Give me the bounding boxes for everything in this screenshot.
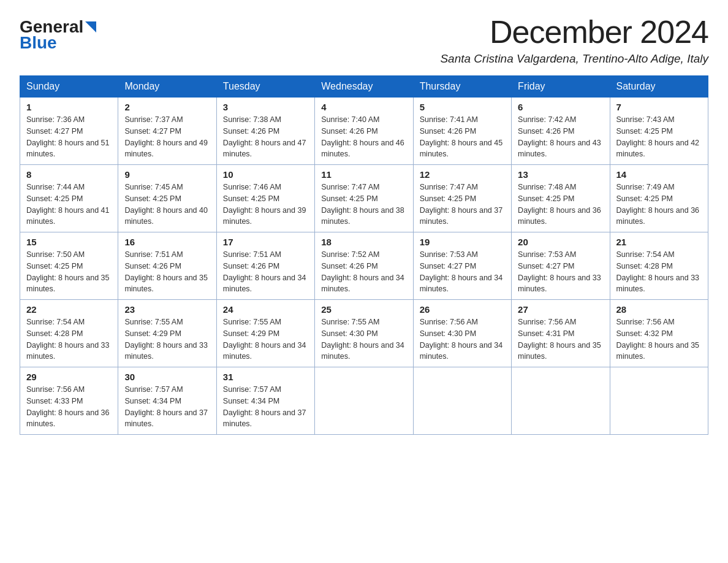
sunrise-label: Sunrise: 7:47 AM — [321, 183, 379, 191]
daylight-label: Daylight: 8 hours and 35 minutes. — [616, 341, 700, 361]
sunrise-label: Sunrise: 7:54 AM — [26, 318, 85, 326]
sunrise-label: Sunrise: 7:41 AM — [420, 115, 478, 124]
table-row: 14 Sunrise: 7:49 AM Sunset: 4:25 PM Dayl… — [610, 165, 708, 232]
sunset-label: Sunset: 4:25 PM — [616, 194, 673, 203]
table-row: 31 Sunrise: 7:57 AM Sunset: 4:34 PM Dayl… — [216, 367, 314, 435]
sunset-label: Sunset: 4:27 PM — [26, 127, 83, 136]
sunrise-label: Sunrise: 7:56 AM — [26, 385, 85, 394]
sunrise-label: Sunrise: 7:50 AM — [26, 250, 85, 259]
daylight-label: Daylight: 8 hours and 40 minutes. — [124, 206, 208, 226]
daylight-label: Daylight: 8 hours and 51 minutes. — [26, 139, 110, 159]
day-info: Sunrise: 7:48 AM Sunset: 4:25 PM Dayligh… — [518, 182, 603, 228]
day-info: Sunrise: 7:44 AM Sunset: 4:25 PM Dayligh… — [26, 182, 112, 228]
header-wednesday: Wednesday — [315, 76, 413, 98]
day-number: 7 — [616, 102, 702, 112]
sunrise-label: Sunrise: 7:42 AM — [518, 115, 576, 124]
sunrise-label: Sunrise: 7:55 AM — [124, 318, 183, 326]
daylight-label: Daylight: 8 hours and 45 minutes. — [420, 139, 503, 159]
daylight-label: Daylight: 8 hours and 34 minutes. — [420, 274, 503, 294]
sunset-label: Sunset: 4:26 PM — [223, 262, 279, 270]
day-info: Sunrise: 7:42 AM Sunset: 4:26 PM Dayligh… — [518, 114, 603, 160]
sunrise-label: Sunrise: 7:54 AM — [616, 250, 675, 259]
day-number: 21 — [616, 237, 702, 247]
table-row: 21 Sunrise: 7:54 AM Sunset: 4:28 PM Dayl… — [610, 232, 708, 300]
sunset-label: Sunset: 4:27 PM — [124, 127, 181, 136]
sunset-label: Sunset: 4:32 PM — [616, 329, 673, 338]
day-number: 11 — [321, 169, 406, 180]
day-info: Sunrise: 7:56 AM Sunset: 4:31 PM Dayligh… — [518, 316, 603, 362]
calendar-week-row: 29 Sunrise: 7:56 AM Sunset: 4:33 PM Dayl… — [20, 367, 708, 435]
sunrise-label: Sunrise: 7:52 AM — [321, 250, 379, 259]
day-info: Sunrise: 7:54 AM Sunset: 4:28 PM Dayligh… — [26, 316, 112, 362]
calendar-table: Sunday Monday Tuesday Wednesday Thursday… — [20, 75, 708, 435]
sunset-label: Sunset: 4:26 PM — [321, 127, 377, 136]
day-info: Sunrise: 7:57 AM Sunset: 4:34 PM Dayligh… — [124, 384, 210, 430]
day-number: 23 — [124, 304, 210, 315]
daylight-label: Daylight: 8 hours and 34 minutes. — [321, 274, 404, 294]
day-info: Sunrise: 7:56 AM Sunset: 4:32 PM Dayligh… — [616, 316, 702, 362]
table-row: 1 Sunrise: 7:36 AM Sunset: 4:27 PM Dayli… — [20, 98, 118, 165]
logo-arrow-icon — [85, 21, 96, 34]
sunset-label: Sunset: 4:26 PM — [124, 262, 181, 270]
day-number: 1 — [26, 102, 112, 112]
daylight-label: Daylight: 8 hours and 34 minutes. — [223, 341, 306, 361]
daylight-label: Daylight: 8 hours and 49 minutes. — [124, 139, 208, 159]
daylight-label: Daylight: 8 hours and 34 minutes. — [223, 274, 306, 294]
day-info: Sunrise: 7:37 AM Sunset: 4:27 PM Dayligh… — [124, 114, 210, 160]
sunrise-label: Sunrise: 7:56 AM — [420, 318, 478, 326]
table-row: 4 Sunrise: 7:40 AM Sunset: 4:26 PM Dayli… — [315, 98, 413, 165]
table-row: 7 Sunrise: 7:43 AM Sunset: 4:25 PM Dayli… — [610, 98, 708, 165]
day-info: Sunrise: 7:46 AM Sunset: 4:25 PM Dayligh… — [223, 182, 308, 228]
daylight-label: Daylight: 8 hours and 36 minutes. — [616, 206, 700, 226]
day-info: Sunrise: 7:55 AM Sunset: 4:30 PM Dayligh… — [321, 316, 406, 362]
day-info: Sunrise: 7:50 AM Sunset: 4:25 PM Dayligh… — [26, 249, 112, 295]
daylight-label: Daylight: 8 hours and 34 minutes. — [321, 341, 404, 361]
table-row: 13 Sunrise: 7:48 AM Sunset: 4:25 PM Dayl… — [512, 165, 610, 232]
svg-marker-0 — [85, 21, 96, 33]
location-subtitle: Santa Cristina Valgardena, Trentino-Alto… — [440, 52, 708, 66]
sunset-label: Sunset: 4:25 PM — [124, 194, 181, 203]
day-number: 24 — [223, 304, 308, 315]
sunset-label: Sunset: 4:25 PM — [223, 194, 279, 203]
day-info: Sunrise: 7:36 AM Sunset: 4:27 PM Dayligh… — [26, 114, 112, 160]
table-row: 2 Sunrise: 7:37 AM Sunset: 4:27 PM Dayli… — [118, 98, 216, 165]
sunrise-label: Sunrise: 7:49 AM — [616, 183, 675, 191]
daylight-label: Daylight: 8 hours and 34 minutes. — [420, 341, 503, 361]
day-number: 17 — [223, 237, 308, 247]
table-row: 11 Sunrise: 7:47 AM Sunset: 4:25 PM Dayl… — [315, 165, 413, 232]
daylight-label: Daylight: 8 hours and 33 minutes. — [26, 341, 110, 361]
sunset-label: Sunset: 4:34 PM — [124, 397, 181, 405]
day-info: Sunrise: 7:43 AM Sunset: 4:25 PM Dayligh… — [616, 114, 702, 160]
sunset-label: Sunset: 4:30 PM — [321, 329, 377, 338]
logo-blue-text: Blue — [20, 33, 57, 53]
table-row: 30 Sunrise: 7:57 AM Sunset: 4:34 PM Dayl… — [118, 367, 216, 435]
daylight-label: Daylight: 8 hours and 35 minutes. — [124, 274, 208, 294]
daylight-label: Daylight: 8 hours and 33 minutes. — [124, 341, 208, 361]
sunset-label: Sunset: 4:26 PM — [420, 127, 476, 136]
day-info: Sunrise: 7:53 AM Sunset: 4:27 PM Dayligh… — [420, 249, 505, 295]
day-number: 13 — [518, 169, 603, 180]
day-info: Sunrise: 7:41 AM Sunset: 4:26 PM Dayligh… — [420, 114, 505, 160]
sunrise-label: Sunrise: 7:55 AM — [223, 318, 281, 326]
sunrise-label: Sunrise: 7:55 AM — [321, 318, 379, 326]
day-number: 26 — [420, 304, 505, 315]
day-number: 20 — [518, 237, 603, 247]
calendar-week-row: 1 Sunrise: 7:36 AM Sunset: 4:27 PM Dayli… — [20, 98, 708, 165]
sunrise-label: Sunrise: 7:51 AM — [124, 250, 183, 259]
day-number: 27 — [518, 304, 603, 315]
sunset-label: Sunset: 4:25 PM — [26, 194, 83, 203]
sunset-label: Sunset: 4:25 PM — [26, 262, 83, 270]
daylight-label: Daylight: 8 hours and 35 minutes. — [518, 341, 601, 361]
day-info: Sunrise: 7:51 AM Sunset: 4:26 PM Dayligh… — [223, 249, 308, 295]
day-info: Sunrise: 7:40 AM Sunset: 4:26 PM Dayligh… — [321, 114, 406, 160]
daylight-label: Daylight: 8 hours and 47 minutes. — [223, 139, 306, 159]
day-number: 2 — [124, 102, 210, 112]
day-number: 6 — [518, 102, 603, 112]
table-row — [315, 367, 413, 435]
day-number: 29 — [26, 372, 112, 382]
sunset-label: Sunset: 4:31 PM — [518, 329, 574, 338]
day-info: Sunrise: 7:55 AM Sunset: 4:29 PM Dayligh… — [124, 316, 210, 362]
day-info: Sunrise: 7:47 AM Sunset: 4:25 PM Dayligh… — [420, 182, 505, 228]
daylight-label: Daylight: 8 hours and 36 minutes. — [518, 206, 601, 226]
sunset-label: Sunset: 4:28 PM — [616, 262, 673, 270]
